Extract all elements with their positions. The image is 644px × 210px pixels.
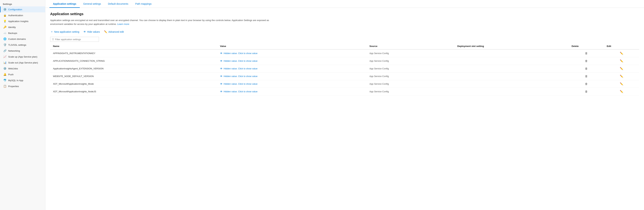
col-header-source: Source xyxy=(367,43,455,49)
setting-name-5: XDT_MicrosoftApplicationInsights_NodeJS xyxy=(50,88,217,96)
sidebar-item-configuration[interactable]: ⚙️ Configuration xyxy=(0,6,45,12)
setting-value-2[interactable]: 👁 Hidden value. Click to show value xyxy=(217,65,367,73)
eye-icon-0: 👁 xyxy=(220,52,222,55)
setting-delete-1[interactable]: 🗑 xyxy=(569,57,604,65)
setting-name-2: ApplicationInsightsAgent_EXTENSION_VERSI… xyxy=(50,65,217,73)
identity-icon: 🔑 xyxy=(3,25,6,29)
setting-edit-2[interactable]: ✏️ xyxy=(604,65,639,73)
setting-edit-5[interactable]: ✏️ xyxy=(604,88,639,96)
edit-button-0[interactable]: ✏️ xyxy=(619,51,624,55)
page-title: Application settings xyxy=(50,12,639,16)
hide-values-button[interactable]: 👁 Hide values xyxy=(83,29,100,34)
sidebar-item-properties[interactable]: 📋 Properties xyxy=(0,83,45,89)
edit-button-3[interactable]: ✏️ xyxy=(619,74,624,78)
setting-value-1[interactable]: 👁 Hidden value. Click to show value xyxy=(217,57,367,65)
delete-button-5[interactable]: 🗑 xyxy=(584,90,589,94)
new-application-setting-button[interactable]: ＋ New application setting xyxy=(50,29,80,34)
setting-name-1: APPLICATIONINSIGHTS_CONNECTION_STRING xyxy=(50,57,217,65)
tab-pathmappings[interactable]: Path mappings xyxy=(132,0,155,8)
setting-deployment-slot-5 xyxy=(454,88,569,96)
hidden-value-text-5[interactable]: Hidden value. Click to show value xyxy=(224,90,258,93)
table-row: XDT_MicrosoftApplicationInsights_Mode 👁 … xyxy=(50,80,639,88)
setting-value-0[interactable]: 👁 Hidden value. Click to show value xyxy=(217,49,367,57)
setting-source-1: App Service Config xyxy=(367,57,455,65)
setting-source-3: App Service Config xyxy=(367,73,455,80)
setting-edit-1[interactable]: ✏️ xyxy=(604,57,639,65)
toolbar: ＋ New application setting 👁 Hide values … xyxy=(50,29,639,34)
setting-edit-0[interactable]: ✏️ xyxy=(604,49,639,57)
filter-icon: ▽ xyxy=(52,38,54,41)
sidebar-item-label: Configuration xyxy=(8,8,22,11)
learn-more-link[interactable]: Learn more xyxy=(117,23,129,25)
sidebar-item-label: TLS/SSL settings xyxy=(8,44,26,46)
tab-defaultdocs[interactable]: Default documents xyxy=(104,0,132,8)
edit-button-2[interactable]: ✏️ xyxy=(619,67,624,71)
edit-button-5[interactable]: ✏️ xyxy=(619,90,624,94)
setting-deployment-slot-4 xyxy=(454,80,569,88)
sidebar-item-label: Scale up (App Service plan) xyxy=(8,55,37,58)
delete-button-3[interactable]: 🗑 xyxy=(584,74,589,78)
eye-icon-3: 👁 xyxy=(220,75,222,78)
table-row: APPINSIGHTS_INSTRUMENTATIONKEY 👁 Hidden … xyxy=(50,49,639,57)
tabs-bar: Application settingsGeneral settingsDefa… xyxy=(45,0,644,8)
filter-container: ▽ xyxy=(50,37,99,42)
delete-button-0[interactable]: 🗑 xyxy=(584,51,589,55)
setting-edit-4[interactable]: ✏️ xyxy=(604,80,639,88)
sidebar-item-tlsssl[interactable]: 🛡️ TLS/SSL settings xyxy=(0,42,45,48)
delete-button-4[interactable]: 🗑 xyxy=(584,82,589,86)
sidebar-item-label: Scale out (App Service plan) xyxy=(8,61,38,64)
hidden-value-text-2[interactable]: Hidden value. Click to show value xyxy=(224,67,258,70)
authentication-icon: 🔒 xyxy=(3,14,6,17)
col-header-value: Value xyxy=(217,43,367,49)
eye-icon: 👁 xyxy=(84,30,86,33)
table-row: ApplicationInsightsAgent_EXTENSION_VERSI… xyxy=(50,65,639,73)
setting-delete-5[interactable]: 🗑 xyxy=(569,88,604,96)
setting-value-3[interactable]: 👁 Hidden value. Click to show value xyxy=(217,73,367,80)
sidebar-item-customdomains[interactable]: 🌐 Custom domains xyxy=(0,36,45,42)
advanced-edit-button[interactable]: ✏️ Advanced edit xyxy=(104,29,124,34)
setting-delete-3[interactable]: 🗑 xyxy=(569,73,604,80)
tab-appsettings[interactable]: Application settings xyxy=(50,0,80,8)
sidebar-item-identity[interactable]: 🔑 Identity xyxy=(0,24,45,30)
sidebar-item-authentication[interactable]: 🔒 Authentication xyxy=(0,12,45,18)
hidden-value-text-1[interactable]: Hidden value. Click to show value xyxy=(224,60,258,62)
sidebar-item-appinsights[interactable]: 💡 Application Insights xyxy=(0,18,45,24)
setting-value-5[interactable]: 👁 Hidden value. Click to show value xyxy=(217,88,367,96)
sidebar-item-push[interactable]: 🔔 Push xyxy=(0,71,45,77)
sidebar-item-backups[interactable]: ☁️ Backups xyxy=(0,30,45,36)
table-row: APPLICATIONINSIGHTS_CONNECTION_STRING 👁 … xyxy=(50,57,639,65)
setting-edit-3[interactable]: ✏️ xyxy=(604,73,639,80)
eye-icon-2: 👁 xyxy=(220,67,222,70)
sidebar-title: Settings xyxy=(0,1,45,6)
setting-delete-2[interactable]: 🗑 xyxy=(569,65,604,73)
sidebar-item-label: Properties xyxy=(8,85,19,88)
sidebar: Settings ⚙️ Configuration 🔒 Authenticati… xyxy=(0,0,45,210)
sidebar-item-scaleout[interactable]: 📊 Scale out (App Service plan) xyxy=(0,60,45,66)
eye-icon-5: 👁 xyxy=(220,90,222,93)
delete-button-1[interactable]: 🗑 xyxy=(584,59,589,63)
tab-generalsettings[interactable]: General settings xyxy=(80,0,104,8)
scaleout-icon: 📊 xyxy=(3,61,6,64)
sidebar-item-networking[interactable]: 🔗 Networking xyxy=(0,48,45,54)
webjobs-icon: ⚙️ xyxy=(3,67,6,70)
delete-button-2[interactable]: 🗑 xyxy=(584,67,589,71)
networking-icon: 🔗 xyxy=(3,49,6,52)
setting-value-4[interactable]: 👁 Hidden value. Click to show value xyxy=(217,80,367,88)
setting-delete-0[interactable]: 🗑 xyxy=(569,49,604,57)
hidden-value-text-3[interactable]: Hidden value. Click to show value xyxy=(224,75,258,78)
col-header-edit: Edit xyxy=(604,43,639,49)
edit-button-4[interactable]: ✏️ xyxy=(619,82,624,86)
table-header-row: Name Value Source Deployment slot settin… xyxy=(50,43,639,49)
setting-name-3: WEBSITE_NODE_DEFAULT_VERSION xyxy=(50,73,217,80)
setting-delete-4[interactable]: 🗑 xyxy=(569,80,604,88)
setting-source-2: App Service Config xyxy=(367,65,455,73)
edit-button-1[interactable]: ✏️ xyxy=(619,59,624,63)
hidden-value-text-4[interactable]: Hidden value. Click to show value xyxy=(224,83,258,85)
hidden-value-text-0[interactable]: Hidden value. Click to show value xyxy=(224,52,258,55)
setting-source-5: App Service Config xyxy=(367,88,455,96)
sidebar-item-mysql[interactable]: 🐬 MySQL In App xyxy=(0,77,45,83)
sidebar-item-scaleup[interactable]: 📈 Scale up (App Service plan) xyxy=(0,54,45,60)
filter-input[interactable] xyxy=(55,38,97,41)
col-header-deployment-slot: Deployment slot setting xyxy=(454,43,569,49)
sidebar-item-webjobs[interactable]: ⚙️ WebJobs xyxy=(0,66,45,71)
